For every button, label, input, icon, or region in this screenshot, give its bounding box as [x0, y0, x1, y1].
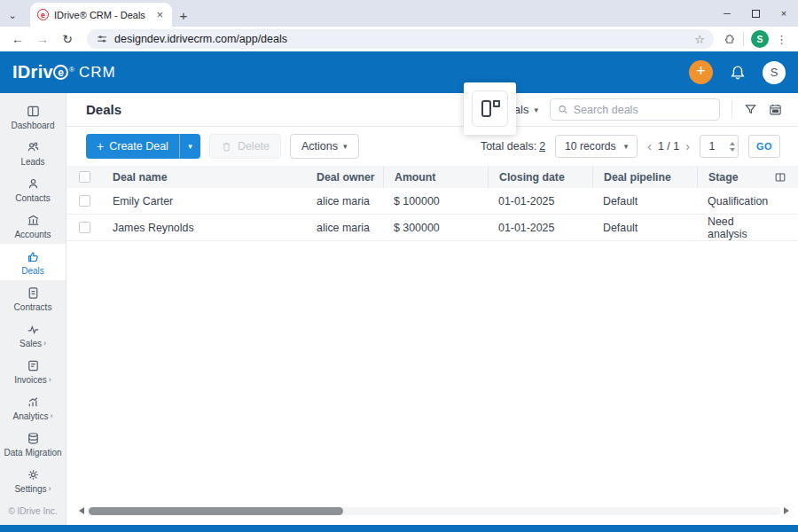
column-settings-button[interactable]	[763, 171, 798, 184]
delete-button[interactable]: Delete	[209, 134, 281, 159]
sidebar-item-deals[interactable]: Deals	[0, 244, 66, 280]
copyright-footer: © IDrive Inc.	[0, 499, 66, 525]
accounts-icon	[26, 213, 41, 228]
sidebar-item-contracts[interactable]: Contracts	[0, 280, 66, 317]
extensions-icon[interactable]	[723, 33, 736, 46]
quick-add-button[interactable]: +	[689, 60, 713, 84]
chevron-right-icon: ›	[43, 339, 46, 348]
scroll-left-arrow[interactable]	[79, 507, 84, 514]
new-tab-button[interactable]: +	[172, 4, 195, 27]
page-spinner[interactable]	[730, 142, 735, 152]
sales-pulse-icon	[26, 322, 41, 337]
search-input[interactable]	[574, 104, 712, 116]
caret-down-icon: ▾	[343, 142, 348, 151]
browser-tabstrip: ⌄ e IDrive® CRM - Deals × + ─ ×	[0, 0, 798, 27]
page-title: Deals	[86, 102, 121, 117]
tab-search-chevron-icon[interactable]: ⌄	[0, 4, 25, 27]
maximize-button[interactable]	[741, 0, 770, 27]
page-header-actions: All deals ▾	[485, 98, 782, 121]
sidebar-item-data-migration[interactable]: Data Migration	[0, 426, 66, 462]
cell-deal-name[interactable]: James Reynolds	[102, 222, 306, 234]
columns-icon	[774, 171, 786, 184]
cell-deal-name[interactable]: Emily Carter	[102, 195, 306, 207]
contracts-icon	[26, 286, 41, 301]
cell-deal-owner: alice maria	[306, 222, 383, 234]
cell-closing-date: 01-01-2025	[488, 222, 592, 234]
browser-profile-avatar[interactable]: S	[751, 30, 769, 48]
create-deal-button[interactable]: + Create Deal	[86, 134, 179, 159]
toolbar-right: Total deals:2 10 records ▾ ‹ 1 / 1 › GO	[481, 135, 780, 158]
go-button[interactable]: GO	[748, 135, 780, 158]
total-deals-label: Total deals:	[481, 140, 536, 153]
kanban-view-button[interactable]	[472, 90, 508, 127]
cell-stage: Need analysis	[697, 215, 763, 240]
back-button[interactable]: ←	[7, 32, 28, 46]
column-header-deal-name[interactable]: Deal name	[102, 166, 306, 188]
total-deals-count[interactable]: 2	[539, 140, 545, 153]
cell-amount: $ 100000	[383, 195, 488, 207]
browser-menu-icon[interactable]: ⋮	[776, 33, 787, 46]
dashboard-icon	[26, 104, 41, 119]
minimize-button[interactable]: ─	[713, 0, 741, 27]
cell-stage: Qualification	[697, 195, 763, 207]
row-checkbox[interactable]	[79, 195, 90, 207]
search-icon	[558, 104, 568, 115]
browser-addressbar: ← → ↻ designdev.idrivecrm.com/app/deals …	[0, 27, 798, 51]
column-header-deal-owner[interactable]: Deal owner	[306, 166, 383, 188]
tab-close-icon[interactable]: ×	[154, 8, 165, 21]
trash-icon	[221, 141, 232, 153]
reload-button[interactable]: ↻	[57, 32, 78, 46]
close-window-button[interactable]: ×	[770, 0, 798, 27]
main-content: Deals All deals ▾ + Create Deal	[66, 93, 798, 525]
browser-tab-active[interactable]: e IDrive® CRM - Deals ×	[30, 3, 172, 27]
database-icon	[26, 431, 41, 446]
prev-page-button[interactable]: ‹	[647, 139, 652, 153]
notifications-bell-icon[interactable]	[729, 64, 747, 82]
analytics-icon	[26, 395, 41, 410]
deals-thumbs-up-icon	[26, 249, 41, 264]
scrollbar-track[interactable]	[87, 507, 781, 515]
sidebar-item-contacts[interactable]: Contacts	[0, 171, 66, 207]
row-checkbox[interactable]	[79, 222, 90, 233]
goto-page-input[interactable]	[700, 140, 724, 153]
tab-title: IDrive® CRM - Deals	[54, 10, 149, 20]
column-header-amount[interactable]: Amount	[383, 166, 488, 188]
column-header-closing-date[interactable]: Closing date	[488, 166, 592, 188]
records-per-page-dropdown[interactable]: 10 records ▾	[555, 135, 638, 158]
cell-deal-pipeline: Default	[592, 195, 697, 207]
actions-button[interactable]: Actions ▾	[290, 134, 359, 159]
filter-funnel-icon[interactable]	[744, 103, 757, 116]
select-all-checkbox[interactable]	[79, 171, 90, 183]
table-row[interactable]: James Reynolds alice maria $ 300000 01-0…	[66, 215, 798, 241]
search-box[interactable]	[550, 98, 720, 121]
sidebar-item-analytics[interactable]: Analytics›	[0, 389, 66, 426]
app-header: IDriv e ® CRM + S	[0, 51, 798, 93]
app-header-actions: + S	[689, 60, 786, 84]
spin-up-icon	[730, 142, 735, 145]
sidebar-item-settings[interactable]: Settings›	[0, 462, 66, 498]
scroll-right-arrow[interactable]	[784, 507, 789, 514]
sidebar-item-leads[interactable]: Leads	[0, 135, 66, 171]
sidebar-item-accounts[interactable]: Accounts	[0, 207, 66, 244]
deals-toolbar: + Create Deal ▾ Delete Actions ▾ Total d…	[66, 127, 798, 166]
sidebar-item-dashboard[interactable]: Dashboard	[0, 98, 66, 135]
logo-registered-mark: ®	[69, 66, 74, 74]
calendar-icon[interactable]	[769, 103, 782, 116]
sidebar-nav: Dashboard Leads Contacts Accounts Deals …	[0, 93, 66, 525]
table-row[interactable]: Emily Carter alice maria $ 100000 01-01-…	[66, 188, 798, 215]
cell-deal-pipeline: Default	[592, 222, 697, 234]
kanban-board-icon	[481, 99, 500, 119]
user-avatar[interactable]: S	[763, 61, 786, 84]
site-settings-icon[interactable]	[96, 33, 108, 45]
url-bar[interactable]: designdev.idrivecrm.com/app/deals ☆	[87, 29, 714, 49]
sidebar-item-sales[interactable]: Sales›	[0, 317, 66, 353]
column-header-deal-pipeline[interactable]: Deal pipeline	[592, 166, 697, 188]
forward-button[interactable]: →	[32, 32, 53, 46]
column-header-stage[interactable]: Stage	[697, 166, 763, 188]
sidebar-item-invoices[interactable]: Invoices›	[0, 353, 66, 389]
next-page-button[interactable]: ›	[685, 139, 690, 153]
bookmark-star-icon[interactable]: ☆	[694, 33, 705, 46]
scrollbar-thumb[interactable]	[89, 507, 343, 515]
create-deal-dropdown-button[interactable]: ▾	[179, 134, 200, 159]
chevron-right-icon: ›	[49, 484, 51, 493]
